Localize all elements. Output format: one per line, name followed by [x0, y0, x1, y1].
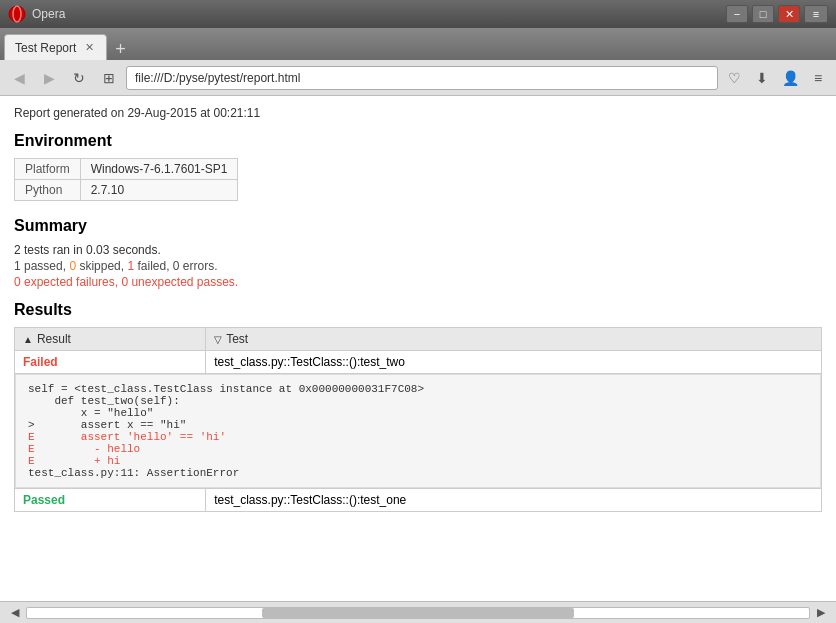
skipped-label: skipped,: [76, 259, 127, 273]
minimize-button[interactable]: −: [726, 5, 748, 23]
env-row: PlatformWindows-7-6.1.7601-SP1: [15, 159, 238, 180]
summary-line1: 2 tests ran in 0.03 seconds.: [14, 243, 822, 257]
opera-logo: [8, 5, 26, 23]
env-value: 2.7.10: [80, 180, 238, 201]
summary-line2: 1 passed, 0 skipped, 1 failed, 0 errors.: [14, 259, 822, 273]
title-bar: Opera − □ ✕ ≡: [0, 0, 836, 28]
report-date: Report generated on 29-Aug-2015 at 00:21…: [14, 106, 822, 120]
scroll-left-button[interactable]: ◀: [6, 604, 24, 622]
passed-num: 1: [14, 259, 21, 273]
sort-icon: ▲: [23, 334, 33, 345]
result-cell: Passed: [15, 489, 206, 512]
close-button[interactable]: ✕: [778, 5, 800, 23]
xpass-label: unexpected passes.: [128, 275, 238, 289]
environment-table: PlatformWindows-7-6.1.7601-SP1Python2.7.…: [14, 158, 238, 201]
title-bar-text: Opera: [32, 7, 726, 21]
nav-menu-button[interactable]: ≡: [806, 66, 830, 90]
content-area: Report generated on 29-Aug-2015 at 00:21…: [0, 96, 836, 601]
svg-point-0: [9, 6, 25, 22]
error-line: x = "hello": [28, 407, 808, 419]
summary-heading: Summary: [14, 217, 822, 235]
menu-button[interactable]: ≡: [804, 5, 828, 23]
scrollbar-thumb: [262, 608, 575, 618]
error-line: def test_two(self):: [28, 395, 808, 407]
heart-icon[interactable]: ♡: [722, 66, 746, 90]
env-row: Python2.7.10: [15, 180, 238, 201]
error-line: test_class.py:11: AssertionError: [28, 467, 808, 479]
back-button[interactable]: ◀: [6, 65, 32, 91]
maximize-button[interactable]: □: [752, 5, 774, 23]
error-line: E - hello: [28, 443, 808, 455]
table-row: Passed test_class.py::TestClass::():test…: [15, 489, 822, 512]
results-table: ▲Result▽Test Failed test_class.py::TestC…: [14, 327, 822, 512]
error-block: self = <test_class.TestClass instance at…: [15, 374, 821, 488]
browser-frame: Opera − □ ✕ ≡ Test Report ✕ + ◀ ▶ ↻ ⊞ ♡ …: [0, 0, 836, 623]
reload-button[interactable]: ↻: [66, 65, 92, 91]
results-heading: Results: [14, 301, 822, 319]
status-bar: ◀ ▶: [0, 601, 836, 623]
result-cell: Failed: [15, 351, 206, 374]
summary-line3: 0 expected failures, 0 unexpected passes…: [14, 275, 822, 289]
grid-button[interactable]: ⊞: [96, 65, 122, 91]
scroll-right-button[interactable]: ▶: [812, 604, 830, 622]
results-section: Results ▲Result▽Test Failed test_class.p…: [14, 301, 822, 512]
forward-button[interactable]: ▶: [36, 65, 62, 91]
error-cell: self = <test_class.TestClass instance at…: [15, 374, 822, 489]
table-row: Failed test_class.py::TestClass::():test…: [15, 351, 822, 374]
nav-bar: ◀ ▶ ↻ ⊞ ♡ ⬇ 👤 ≡: [0, 60, 836, 96]
error-line: self = <test_class.TestClass instance at…: [28, 383, 808, 395]
test-cell: test_class.py::TestClass::():test_one: [206, 489, 822, 512]
profile-icon[interactable]: 👤: [778, 66, 802, 90]
errors-label: errors.: [180, 259, 218, 273]
download-icon[interactable]: ⬇: [750, 66, 774, 90]
test-cell: test_class.py::TestClass::():test_two: [206, 351, 822, 374]
error-row: self = <test_class.TestClass instance at…: [15, 374, 822, 489]
env-value: Windows-7-6.1.7601-SP1: [80, 159, 238, 180]
new-tab-button[interactable]: +: [107, 39, 134, 60]
passed-label: passed,: [21, 259, 70, 273]
xfail-num: 0: [14, 275, 21, 289]
address-bar[interactable]: [126, 66, 718, 90]
sort-icon: ▽: [214, 334, 222, 345]
tab-close-button[interactable]: ✕: [82, 41, 96, 55]
error-line: E + hi: [28, 455, 808, 467]
env-label: Platform: [15, 159, 81, 180]
errors-num: 0: [173, 259, 180, 273]
error-line: > assert x == "hi": [28, 419, 808, 431]
title-bar-buttons: − □ ✕: [726, 5, 800, 23]
tab-bar: Test Report ✕ +: [0, 28, 836, 60]
tab-title: Test Report: [15, 41, 76, 55]
active-tab[interactable]: Test Report ✕: [4, 34, 107, 60]
horizontal-scrollbar[interactable]: [26, 607, 810, 619]
results-col-header[interactable]: ▲Result: [15, 328, 206, 351]
failed-label: failed,: [134, 259, 173, 273]
env-label: Python: [15, 180, 81, 201]
error-line: E assert 'hello' == 'hi': [28, 431, 808, 443]
results-col-header[interactable]: ▽Test: [206, 328, 822, 351]
environment-heading: Environment: [14, 132, 822, 150]
xfail-label: expected failures,: [21, 275, 122, 289]
